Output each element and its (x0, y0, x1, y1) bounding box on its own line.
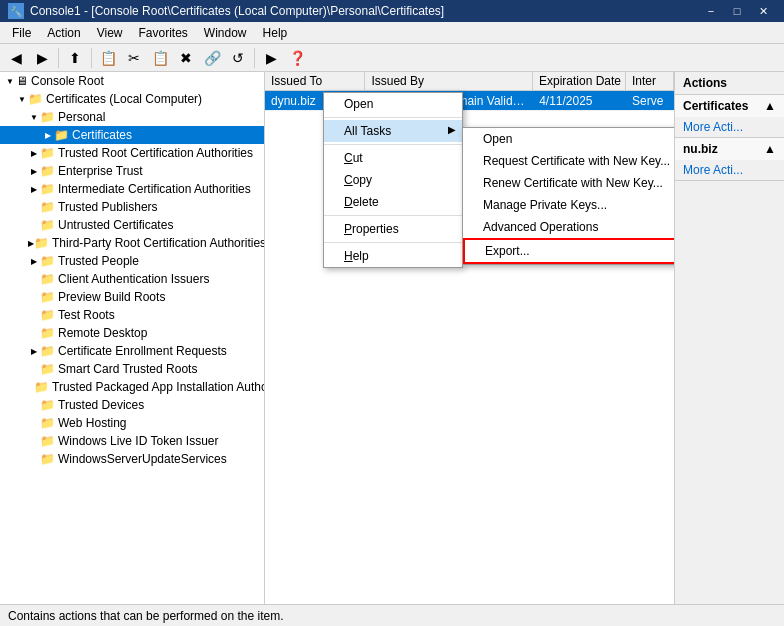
folder-icon: 📁 (40, 452, 55, 466)
actions-more-link-2[interactable]: More Acti... (675, 160, 784, 180)
actions-section-certificates: Certificates ▲ More Acti... (675, 95, 784, 138)
expand-arrow[interactable]: ▶ (42, 129, 54, 141)
actions-section-title-nubiz[interactable]: nu.biz ▲ (675, 138, 784, 160)
menu-action[interactable]: Action (39, 22, 88, 44)
menu-file[interactable]: File (4, 22, 39, 44)
expand-arrow[interactable]: ▼ (16, 93, 28, 105)
submenu-manage-private[interactable]: Manage Private Keys... (463, 194, 674, 216)
export-list-button[interactable]: ▶ (259, 46, 283, 70)
folder-icon: 📁 (40, 254, 55, 268)
menu-help[interactable]: Help (255, 22, 296, 44)
up-button[interactable]: ⬆ (63, 46, 87, 70)
expand-arrow[interactable]: ▶ (28, 345, 40, 357)
tree-item-wsus[interactable]: ▶ 📁 WindowsServerUpdateServices (0, 450, 264, 468)
tree-item-preview-build[interactable]: ▶ 📁 Preview Build Roots (0, 288, 264, 306)
back-button[interactable]: ◀ (4, 46, 28, 70)
tree-label: Trusted People (58, 254, 139, 268)
expand-arrow[interactable]: ▶ (28, 183, 40, 195)
properties-button[interactable]: 🔗 (200, 46, 224, 70)
app-icon: 🔧 (8, 3, 24, 19)
expand-arrow[interactable]: ▼ (28, 111, 40, 123)
section-collapse-arrow[interactable]: ▲ (764, 142, 776, 156)
tree-item-client-auth[interactable]: ▶ 📁 Client Authentication Issuers (0, 270, 264, 288)
submenu-advanced-ops[interactable]: Advanced Operations (463, 216, 674, 238)
col-issued-to[interactable]: Issued To (265, 72, 365, 90)
tree-item-console-root[interactable]: ▼ 🖥 Console Root (0, 72, 264, 90)
expand-arrow[interactable]: ▶ (28, 147, 40, 159)
context-menu[interactable]: Open All Tasks Cut Copy Delete Propertie… (323, 92, 463, 268)
tree-item-trusted-people[interactable]: ▶ 📁 Trusted People (0, 252, 264, 270)
toolbar: ◀ ▶ ⬆ 📋 ✂ 📋 ✖ 🔗 ↺ ▶ ❓ (0, 44, 784, 72)
tree-item-personal[interactable]: ▼ 📁 Personal (0, 108, 264, 126)
tree-item-smart-card[interactable]: ▶ 📁 Smart Card Trusted Roots (0, 360, 264, 378)
tree-item-untrusted[interactable]: ▶ 📁 Untrusted Certificates (0, 216, 264, 234)
col-expiration[interactable]: Expiration Date (533, 72, 626, 90)
actions-more-link-1[interactable]: More Acti... (675, 117, 784, 137)
menu-view[interactable]: View (89, 22, 131, 44)
cell-expiration: 4/11/2025 (533, 92, 626, 110)
ctx-cut[interactable]: Cut (324, 147, 462, 169)
tree-item-enterprise-trust[interactable]: ▶ 📁 Enterprise Trust (0, 162, 264, 180)
copy-button[interactable]: 📋 (148, 46, 172, 70)
folder-icon: 📁 (40, 434, 55, 448)
tree-label: Untrusted Certificates (58, 218, 173, 232)
ctx-copy[interactable]: Copy (324, 169, 462, 191)
ctx-sep-3 (324, 215, 462, 216)
tree-item-enrollment[interactable]: ▶ 📁 Certificate Enrollment Requests (0, 342, 264, 360)
tree-label: Intermediate Certification Authorities (58, 182, 251, 196)
forward-button[interactable]: ▶ (30, 46, 54, 70)
close-button[interactable]: ✕ (750, 0, 776, 22)
toolbar-separator-1 (58, 48, 59, 68)
submenu-all-tasks[interactable]: Open Request Certificate with New Key...… (462, 127, 674, 265)
submenu-open[interactable]: Open (463, 128, 674, 150)
col-inter[interactable]: Inter (626, 72, 674, 90)
tree-label: WindowsServerUpdateServices (58, 452, 227, 466)
tree-item-intermediate[interactable]: ▶ 📁 Intermediate Certification Authoriti… (0, 180, 264, 198)
actions-section-title-certs[interactable]: Certificates ▲ (675, 95, 784, 117)
ctx-help[interactable]: Help (324, 245, 462, 267)
menu-window[interactable]: Window (196, 22, 255, 44)
submenu-renew-new-key[interactable]: Renew Certificate with New Key... (463, 172, 674, 194)
submenu-export[interactable]: Export... (463, 238, 674, 264)
refresh-button[interactable]: ↺ (226, 46, 250, 70)
folder-icon: 📁 (54, 128, 69, 142)
section-collapse-arrow[interactable]: ▲ (764, 99, 776, 113)
tree-panel[interactable]: ▼ 🖥 Console Root ▼ 📁 Certificates (Local… (0, 72, 265, 604)
tree-item-local-computer[interactable]: ▼ 📁 Certificates (Local Computer) (0, 90, 264, 108)
submenu-request-new-key[interactable]: Request Certificate with New Key... (463, 150, 674, 172)
tree-item-trusted-packaged[interactable]: ▶ 📁 Trusted Packaged App Installation Au… (0, 378, 264, 396)
ctx-properties[interactable]: Properties (324, 218, 462, 240)
cut-button[interactable]: ✂ (122, 46, 146, 70)
tree-item-windows-live[interactable]: ▶ 📁 Windows Live ID Token Issuer (0, 432, 264, 450)
folder-icon: 📁 (40, 398, 55, 412)
show-hide-console[interactable]: 📋 (96, 46, 120, 70)
menu-favorites[interactable]: Favorites (131, 22, 196, 44)
ctx-all-tasks[interactable]: All Tasks (324, 120, 462, 142)
tree-label: Enterprise Trust (58, 164, 143, 178)
tree-label: Preview Build Roots (58, 290, 165, 304)
tree-item-trusted-publishers[interactable]: ▶ 📁 Trusted Publishers (0, 198, 264, 216)
actions-header: Actions (675, 72, 784, 95)
tree-item-web-hosting[interactable]: ▶ 📁 Web Hosting (0, 414, 264, 432)
tree-item-thirdparty[interactable]: ▶ 📁 Third-Party Root Certification Autho… (0, 234, 264, 252)
delete-button[interactable]: ✖ (174, 46, 198, 70)
folder-icon: 📁 (40, 182, 55, 196)
tree-item-test-roots[interactable]: ▶ 📁 Test Roots (0, 306, 264, 324)
tree-item-remote-desktop[interactable]: ▶ 📁 Remote Desktop (0, 324, 264, 342)
tree-item-trusted-root[interactable]: ▶ 📁 Trusted Root Certification Authoriti… (0, 144, 264, 162)
ctx-delete[interactable]: Delete (324, 191, 462, 213)
expand-arrow[interactable]: ▶ (28, 165, 40, 177)
folder-icon: 📁 (40, 362, 55, 376)
maximize-button[interactable]: □ (724, 0, 750, 22)
ctx-open[interactable]: Open (324, 93, 462, 115)
col-issued-by[interactable]: Issued By (365, 72, 533, 90)
expand-arrow[interactable]: ▶ (28, 255, 40, 267)
title-bar: 🔧 Console1 - [Console Root\Certificates … (0, 0, 784, 22)
tree-item-certificates[interactable]: ▶ 📁 Certificates (0, 126, 264, 144)
help-button[interactable]: ❓ (285, 46, 309, 70)
minimize-button[interactable]: − (698, 0, 724, 22)
expand-arrow[interactable]: ▼ (4, 75, 16, 87)
toolbar-separator-3 (254, 48, 255, 68)
tree-item-trusted-devices[interactable]: ▶ 📁 Trusted Devices (0, 396, 264, 414)
actions-panel: Actions Certificates ▲ More Acti... nu.b… (674, 72, 784, 604)
